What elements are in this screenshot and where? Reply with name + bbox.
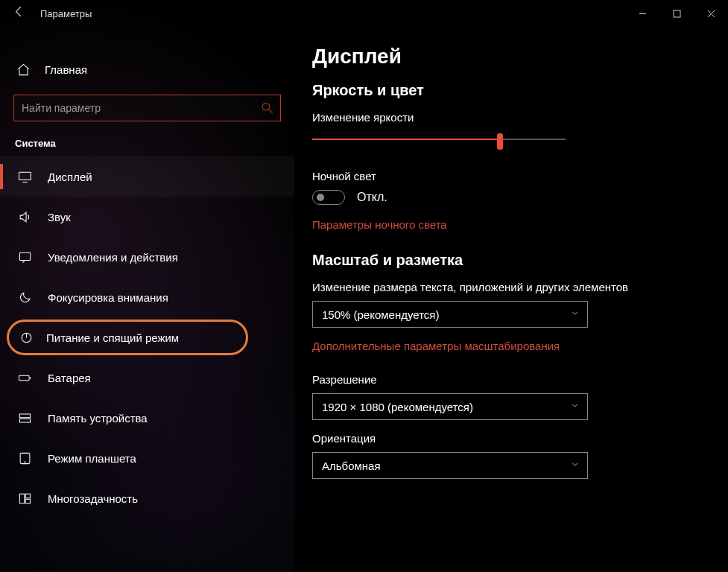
moon-icon [18,290,36,305]
sidebar-item-sound[interactable]: Звук [0,197,294,237]
sidebar-item-notifications[interactable]: Уведомления и действия [0,237,294,277]
toggle-knob [317,194,324,201]
sidebar-item-label: Дисплей [48,171,92,183]
speaker-icon [18,210,36,224]
dropdown-value: 150% (рекомендуется) [322,308,439,321]
orientation-label: Ориентация [312,432,728,445]
page-title: Дисплей [312,45,728,69]
tablet-icon [18,451,36,465]
minimize-button[interactable] [625,0,659,27]
monitor-icon [18,170,36,184]
sidebar-item-storage[interactable]: Память устройства [0,398,294,438]
battery-icon [18,371,36,385]
svg-rect-1 [19,172,31,179]
chevron-down-icon [570,401,580,413]
svg-rect-10 [25,499,30,503]
advanced-scaling-link[interactable]: Дополнительные параметры масштабирования [312,340,728,352]
svg-rect-2 [19,252,30,260]
minimize-icon [639,10,647,18]
message-icon [18,250,36,264]
dropdown-value: Альбомная [322,460,381,472]
sidebar-item-battery[interactable]: Батарея [0,358,294,398]
home-icon [16,63,34,77]
sidebar-item-label: Память устройства [48,412,148,425]
svg-rect-9 [25,494,30,498]
maximize-icon [673,10,681,18]
slider-fill [312,139,500,140]
sidebar-item-home[interactable]: Главная [0,52,294,83]
brightness-label: Изменение яркости [312,111,728,124]
search-wrap [13,95,281,121]
content: Дисплей Яркость и цвет Изменение яркости… [294,0,728,572]
scale-dropdown[interactable]: 150% (рекомендуется) [312,301,588,328]
power-icon [19,331,37,345]
sidebar-section-label: Система [0,138,294,156]
storage-icon [18,411,36,425]
timeline-icon [18,492,36,506]
nightlight-settings-link[interactable]: Параметры ночного света [312,218,728,231]
sidebar-item-label: Батарея [48,372,91,384]
sidebar-item-tablet-mode[interactable]: Режим планшета [0,438,294,478]
svg-rect-5 [19,413,30,417]
window-controls [625,0,728,27]
sidebar-item-focus-assist[interactable]: Фокусировка внимания [0,277,294,317]
arrow-left-icon [12,4,26,19]
orientation-dropdown[interactable]: Альбомная [312,452,588,479]
svg-rect-11 [674,10,680,17]
slider-thumb[interactable] [497,133,503,150]
window-title: Параметры [40,8,92,19]
maximize-button[interactable] [659,0,694,27]
sidebar: Параметры Главная Система ДисплейЗвукУве… [0,0,294,572]
svg-rect-8 [19,494,24,503]
sidebar-item-power-sleep[interactable]: Питание и спящий режим [7,320,248,355]
sidebar-item-label: Главная [45,63,87,76]
chevron-down-icon [570,460,580,471]
section-heading-brightness: Яркость и цвет [312,82,728,99]
sidebar-item-label: Многозадачность [48,492,138,505]
nightlight-toggle[interactable] [312,190,345,205]
svg-rect-6 [19,419,30,422]
sidebar-item-label: Звук [48,211,71,223]
nightlight-state: Откл. [357,191,387,204]
back-button[interactable] [12,4,33,22]
nightlight-label: Ночной свет [312,170,728,182]
sidebar-item-label: Уведомления и действия [48,251,178,264]
close-icon [707,10,715,18]
close-button[interactable] [694,0,728,27]
resolution-label: Разрешение [312,373,728,386]
svg-rect-4 [19,375,29,380]
sidebar-item-label: Питание и спящий режим [46,331,179,344]
search-input[interactable] [14,95,280,121]
dropdown-value: 1920 × 1080 (рекомендуется) [322,401,473,413]
section-heading-scale: Масштаб и разметка [312,252,728,269]
sidebar-item-label: Режим планшета [48,452,136,465]
sidebar-item-multitasking[interactable]: Многозадачность [0,478,294,518]
sidebar-item-display[interactable]: Дисплей [0,156,294,197]
resolution-dropdown[interactable]: 1920 × 1080 (рекомендуется) [312,393,588,420]
brightness-slider[interactable] [312,131,566,149]
sidebar-item-label: Фокусировка внимания [48,291,168,304]
scale-label: Изменение размера текста, приложений и д… [312,281,728,293]
titlebar: Параметры [0,0,294,27]
chevron-down-icon [570,308,580,320]
